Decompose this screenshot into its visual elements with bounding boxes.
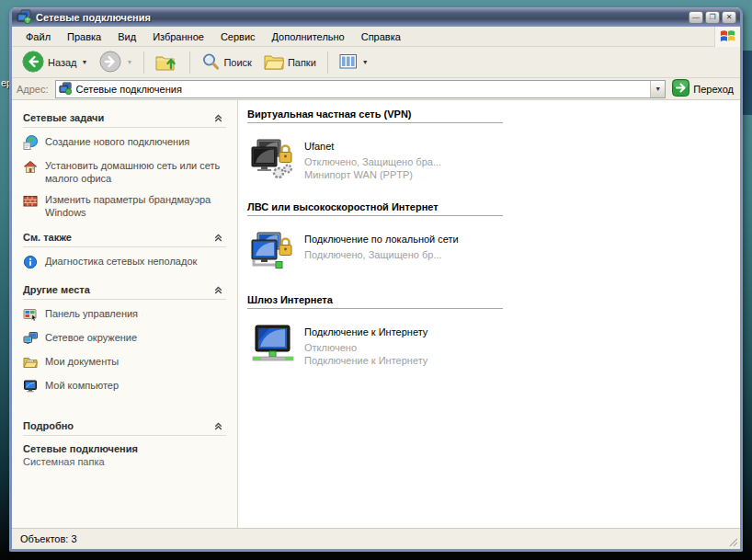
toolbar-separator — [189, 51, 190, 74]
group-title-vpn: Виртуальная частная сеть (VPN) — [247, 109, 503, 123]
connections-list: Виртуальная частная сеть (VPN) — [238, 100, 740, 528]
chevron-up-icon[interactable] — [210, 111, 226, 124]
back-button[interactable]: Назад ▼ — [17, 49, 92, 76]
address-label: Адрес: — [17, 84, 49, 95]
search-icon — [201, 52, 220, 73]
connection-item-lan[interactable]: Подключение по локальной сети Подключено… — [251, 232, 740, 274]
chevron-up-icon[interactable] — [210, 419, 226, 432]
sidebar-item-my-documents[interactable]: Мои документы — [23, 355, 226, 371]
network-connections-icon — [59, 82, 72, 97]
sidebar-item-firewall[interactable]: Изменить параметры брандмауэра Windows — [23, 193, 226, 220]
connection-name: Подключение к Интернету — [304, 326, 427, 339]
windows-logo-icon — [714, 27, 740, 47]
section-title: Сетевые задачи — [23, 112, 104, 123]
my-computer-icon — [23, 379, 38, 395]
gateway-connection-icon — [251, 325, 295, 367]
group-title-gateway: Шлюз Интернета — [247, 294, 503, 309]
connection-item-ufanet[interactable]: Ufanet Отключено, Защищено бра... Минипо… — [251, 139, 740, 181]
sidebar-section-see-also: См. также Диагност — [23, 231, 226, 271]
address-dropdown-icon[interactable]: ▼ — [650, 81, 665, 97]
details-folder-name: Сетевые подключения — [23, 443, 226, 454]
sidebar-item-control-panel[interactable]: Панель управления — [23, 307, 226, 324]
menu-edit[interactable]: Правка — [59, 29, 109, 45]
sidebar: Сетевые задачи — [12, 100, 238, 528]
sidebar-section-details: Подробно Сетевые подключения Системная п… — [23, 419, 226, 467]
main-area: Сетевые задачи — [12, 100, 740, 528]
menu-bar: Файл Правка Вид Избранное Сервис Дополни… — [12, 27, 740, 47]
menu-favorites[interactable]: Избранное — [144, 29, 212, 45]
forward-button[interactable]: ▼ — [95, 49, 137, 76]
section-title: См. также — [23, 232, 72, 243]
section-title: Другие места — [23, 284, 90, 295]
section-header[interactable]: Подробно — [23, 419, 226, 436]
section-header[interactable]: Сетевые задачи — [23, 111, 226, 128]
sidebar-section-network-tasks: Сетевые задачи — [23, 111, 226, 219]
forward-icon — [99, 51, 121, 74]
close-button[interactable]: ✕ — [722, 11, 736, 24]
my-documents-icon — [23, 355, 38, 371]
views-button[interactable]: ▼ — [335, 51, 373, 74]
go-button[interactable]: Переход — [672, 79, 735, 98]
details-folder-type: Системная папка — [23, 456, 226, 467]
forward-dropdown-icon[interactable]: ▼ — [126, 59, 132, 65]
connection-status: Отключено — [304, 341, 427, 354]
status-text: Объектов: 3 — [20, 533, 77, 544]
section-title: Подробно — [23, 420, 74, 431]
chevron-up-icon[interactable] — [210, 231, 226, 244]
sidebar-item-label: Создание нового подключения — [45, 135, 222, 148]
folders-button[interactable]: Папки — [259, 51, 321, 74]
sidebar-item-label: Мои документы — [45, 355, 222, 368]
views-icon — [339, 53, 358, 72]
search-label: Поиск — [223, 57, 251, 68]
go-arrow-icon — [672, 79, 689, 98]
firewall-icon — [23, 193, 38, 210]
address-value[interactable]: Сетевые подключения — [76, 84, 646, 95]
sidebar-item-my-computer[interactable]: Мой компьютер — [23, 379, 226, 395]
menu-tools[interactable]: Сервис — [212, 29, 264, 45]
sidebar-item-network-diagnostics[interactable]: Диагностика сетевых неполадок — [23, 255, 226, 271]
sidebar-item-network-places[interactable]: Сетевое окружение — [23, 331, 226, 348]
home-network-icon — [23, 159, 38, 176]
network-connections-icon — [17, 9, 31, 26]
maximize-button[interactable]: ❐ — [705, 11, 720, 24]
go-label: Переход — [693, 84, 734, 95]
connection-device: Минипорт WAN (PPTP) — [304, 168, 441, 181]
minimize-button[interactable]: — — [689, 11, 703, 24]
lan-connection-icon — [251, 232, 295, 274]
resize-grip[interactable] — [726, 535, 739, 548]
views-dropdown-icon[interactable]: ▼ — [362, 59, 369, 65]
new-connection-icon — [23, 135, 38, 152]
chevron-up-icon[interactable] — [210, 283, 226, 296]
folders-icon — [264, 52, 284, 73]
folder-up-icon — [155, 51, 178, 74]
desktop: ер Сетевые подключения — ❐ ✕ — [0, 0, 752, 560]
toolbar-separator — [143, 51, 144, 74]
sidebar-item-home-network[interactable]: Установить домашнюю сеть или сеть малого… — [23, 159, 226, 186]
menu-file[interactable]: Файл — [17, 29, 59, 45]
titlebar[interactable]: Сетевые подключения — ❐ ✕ — [12, 7, 740, 27]
back-dropdown-icon[interactable]: ▼ — [82, 59, 88, 65]
menu-help[interactable]: Справка — [353, 29, 409, 45]
toolbar: Назад ▼ ▼ — [12, 47, 740, 78]
sidebar-item-label: Диагностика сетевых неполадок — [45, 255, 222, 268]
sidebar-item-label: Сетевое окружение — [45, 331, 222, 344]
back-icon — [22, 51, 44, 74]
sidebar-item-new-connection[interactable]: Создание нового подключения — [23, 135, 226, 152]
connection-device: Подключение к Интернету — [304, 354, 427, 367]
sidebar-item-label: Изменить параметры брандмауэра Windows — [45, 193, 222, 220]
up-button[interactable] — [151, 50, 183, 75]
address-combo[interactable]: Сетевые подключения ▼ — [55, 80, 667, 98]
sidebar-item-label: Установить домашнюю сеть или сеть малого… — [45, 159, 222, 186]
menu-advanced[interactable]: Дополнительно — [264, 29, 353, 45]
connection-item-internet[interactable]: Подключение к Интернету Отключено Подклю… — [251, 325, 740, 367]
folders-label: Папки — [288, 57, 316, 68]
sidebar-item-label: Мой компьютер — [45, 379, 222, 392]
section-header[interactable]: Другие места — [23, 283, 226, 300]
section-header[interactable]: См. также — [23, 231, 226, 247]
vpn-connection-icon — [251, 139, 295, 181]
search-button[interactable]: Поиск — [197, 51, 256, 74]
info-icon — [23, 255, 38, 271]
menu-view[interactable]: Вид — [109, 29, 144, 45]
network-connections-window: Сетевые подключения — ❐ ✕ Файл Правка Ви… — [9, 7, 743, 552]
connection-name: Ufanet — [304, 141, 441, 154]
